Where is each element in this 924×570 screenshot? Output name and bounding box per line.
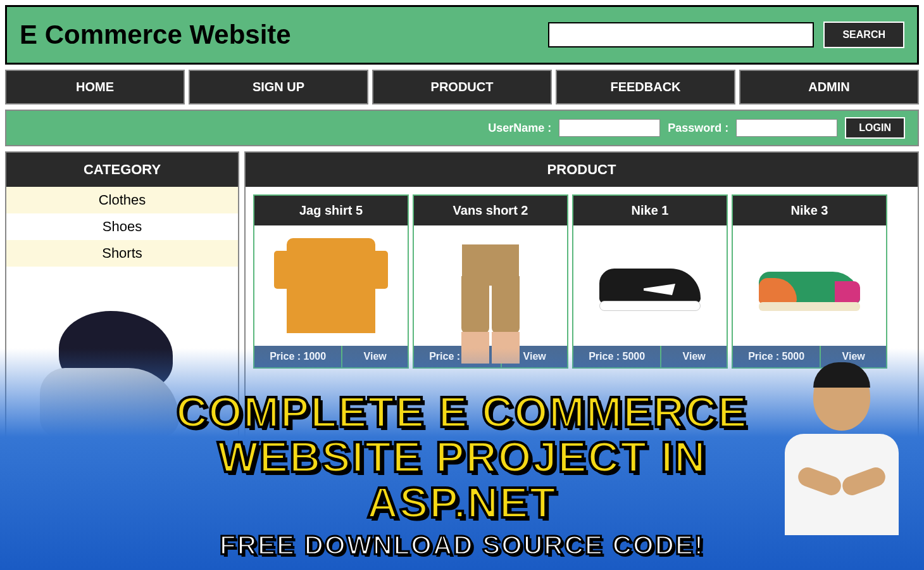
product-name: Vans short 2 (414, 196, 567, 225)
nav-admin[interactable]: ADMIN (739, 70, 919, 104)
product-card: Nike 1 Price : 5000 View (572, 194, 728, 369)
category-shorts[interactable]: Shorts (6, 240, 238, 267)
product-name: Nike 1 (573, 196, 727, 225)
search-input[interactable] (548, 22, 814, 48)
product-card: Vans short 2 Price : 1300 View (413, 194, 568, 369)
login-button[interactable]: LOGIN (845, 117, 905, 139)
nav-home[interactable]: HOME (5, 70, 185, 104)
main-nav: HOME SIGN UP PRODUCT FEEDBACK ADMIN (5, 70, 919, 104)
nav-feedback[interactable]: FEEDBACK (556, 70, 735, 104)
category-shoes[interactable]: Shoes (6, 213, 238, 240)
username-label: UserName : (488, 122, 551, 135)
product-card: Jag shirt 5 Price : 1000 View (253, 194, 409, 369)
product-image (414, 225, 567, 346)
product-card: Nike 3 Price : 5000 View (732, 194, 887, 369)
password-input[interactable] (736, 119, 837, 137)
login-bar: UserName : Password : LOGIN (5, 110, 919, 146)
promo-title-line2: WEBSITE PROJECT IN (13, 434, 911, 479)
header-bar: E Commerce Website SEARCH (5, 5, 919, 65)
product-image (254, 225, 408, 346)
category-clothes[interactable]: Clothes (6, 187, 238, 213)
category-header: CATEGORY (6, 153, 238, 187)
product-image (733, 225, 886, 346)
nav-signup[interactable]: SIGN UP (189, 70, 368, 104)
search-button[interactable]: SEARCH (823, 22, 904, 48)
product-name: Nike 3 (733, 196, 886, 225)
presenter-image (778, 367, 905, 545)
search-area: SEARCH (548, 22, 904, 48)
category-list: Clothes Shoes Shorts (6, 187, 238, 267)
product-name: Jag shirt 5 (254, 196, 408, 225)
product-image (573, 225, 727, 346)
site-title: E Commerce Website (20, 20, 291, 50)
nav-product[interactable]: PRODUCT (372, 70, 552, 104)
promo-title-line1: COMPLETE E COMMERCE (13, 390, 911, 434)
username-input[interactable] (559, 119, 660, 137)
promo-subtitle: FREE DOWNLOAD SOURCE CODE! (13, 530, 911, 560)
promo-title-line3: ASP.NET (13, 480, 911, 525)
product-header: PRODUCT (246, 153, 918, 187)
password-label: Password : (668, 122, 728, 135)
